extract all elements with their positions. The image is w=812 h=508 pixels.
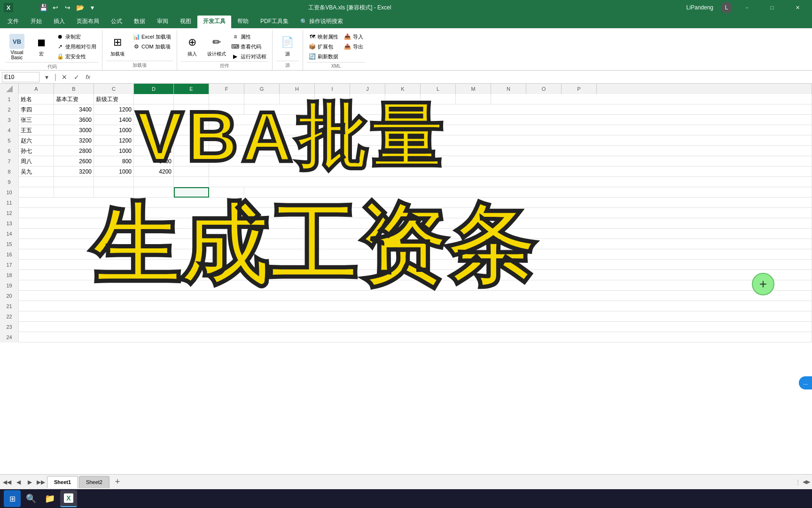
cell-rest-9[interactable]: [209, 177, 812, 187]
import-button[interactable]: 📥 导入: [342, 32, 365, 41]
cell-d4[interactable]: [134, 125, 174, 135]
col-header-m[interactable]: M: [456, 84, 491, 94]
cell-f2[interactable]: [209, 104, 244, 115]
cell-d9[interactable]: [134, 177, 174, 187]
visual-basic-button[interactable]: VB Visual Basic: [6, 32, 28, 62]
excel-taskbar-button[interactable]: X: [60, 490, 77, 507]
sheet-nav-last[interactable]: ▶▶: [36, 477, 46, 487]
cell-b1[interactable]: 基本工资: [54, 94, 94, 104]
cell-d10[interactable]: [134, 187, 174, 198]
cell-rest-5[interactable]: [209, 135, 812, 146]
cell-c3[interactable]: 1400: [94, 115, 134, 125]
undo-button[interactable]: ↩: [50, 2, 61, 13]
cell-a6[interactable]: 孙七: [19, 146, 54, 156]
cell-rest-19[interactable]: [19, 280, 812, 291]
cell-e3[interactable]: [174, 115, 209, 125]
cell-rest-22[interactable]: [19, 311, 812, 322]
cell-e6[interactable]: [174, 146, 209, 156]
cell-j1[interactable]: [350, 94, 385, 104]
col-header-h[interactable]: H: [280, 84, 315, 94]
tab-pdf[interactable]: PDF工具集: [255, 16, 294, 28]
cell-e4[interactable]: [174, 125, 209, 135]
cell-a1[interactable]: 姓名: [19, 94, 54, 104]
cell-i1[interactable]: [315, 94, 350, 104]
cell-c9[interactable]: [94, 177, 134, 187]
sheet-nav-next[interactable]: ▶: [24, 477, 35, 487]
cell-d1[interactable]: [134, 94, 174, 104]
cell-e10[interactable]: [174, 187, 209, 198]
cell-a10[interactable]: [19, 187, 54, 198]
customize-qat-button[interactable]: ▾: [86, 2, 98, 13]
cell-h1[interactable]: [280, 94, 315, 104]
cell-b7[interactable]: 2600: [54, 156, 94, 167]
formula-input[interactable]: [94, 72, 810, 82]
col-header-c[interactable]: C: [94, 84, 134, 94]
cell-d3[interactable]: [134, 115, 174, 125]
insert-control-button[interactable]: ⊕ 插入: [181, 32, 203, 60]
cell-m1[interactable]: [456, 94, 491, 104]
sheet-nav-prev[interactable]: ◀: [13, 477, 23, 487]
cell-rest-17[interactable]: [19, 260, 812, 270]
col-header-a[interactable]: A: [19, 84, 54, 94]
tab-developer[interactable]: 开发工具: [197, 16, 231, 28]
cell-rest-20[interactable]: [19, 291, 812, 301]
cell-c6[interactable]: 1000: [94, 146, 134, 156]
cell-f1[interactable]: [209, 94, 244, 104]
col-header-p[interactable]: P: [562, 84, 597, 94]
sheet-tab-sheet2[interactable]: Sheet2: [79, 476, 109, 488]
cell-d6[interactable]: 3: [134, 146, 174, 156]
addins-button[interactable]: ⊞ 加载项: [106, 32, 129, 60]
minimize-button[interactable]: －: [736, 0, 757, 15]
start-button[interactable]: ⊞: [4, 490, 21, 507]
confirm-formula-btn[interactable]: ✓: [71, 72, 82, 82]
redo-button[interactable]: ↪: [62, 2, 73, 13]
sheet-tab-sheet1[interactable]: Sheet1: [47, 476, 78, 488]
save-button[interactable]: 💾: [38, 2, 49, 13]
cell-d5[interactable]: [134, 135, 174, 146]
col-header-o[interactable]: O: [526, 84, 562, 94]
user-avatar[interactable]: L: [721, 2, 732, 13]
cell-b5[interactable]: 3200: [54, 135, 94, 146]
cell-rest-1[interactable]: [491, 94, 812, 104]
sheet-nav-first[interactable]: ◀◀: [2, 477, 12, 487]
cell-b2[interactable]: 3400: [54, 104, 94, 115]
blue-bubble-button[interactable]: ...: [799, 376, 812, 389]
cell-a3[interactable]: 张三: [19, 115, 54, 125]
cell-rest-12[interactable]: [19, 208, 812, 218]
cell-e8[interactable]: [174, 167, 209, 177]
cell-g1[interactable]: [244, 94, 280, 104]
view-code-button[interactable]: ⌨ 查看代码: [230, 42, 268, 51]
cell-b9[interactable]: [54, 177, 94, 187]
maximize-button[interactable]: □: [761, 0, 783, 15]
tab-file[interactable]: 文件: [2, 16, 24, 28]
col-header-k[interactable]: K: [385, 84, 421, 94]
cell-rest-21[interactable]: [19, 301, 812, 311]
cell-f10[interactable]: [209, 187, 244, 198]
cell-a2[interactable]: 李四: [19, 104, 54, 115]
expand-pack-button[interactable]: 📦 扩展包: [307, 42, 340, 51]
cell-a9[interactable]: [19, 177, 54, 187]
cell-a4[interactable]: 王五: [19, 125, 54, 135]
cell-rest-15[interactable]: [19, 239, 812, 249]
cell-rest-24[interactable]: [19, 332, 812, 342]
cell-b4[interactable]: 3000: [54, 125, 94, 135]
col-header-f[interactable]: F: [209, 84, 244, 94]
com-addins-button[interactable]: ⚙ COM 加载项: [131, 42, 173, 51]
cell-e7[interactable]: [174, 156, 209, 167]
cell-c10[interactable]: [94, 187, 134, 198]
cell-d8[interactable]: 4200: [134, 167, 174, 177]
cell-l1[interactable]: [421, 94, 456, 104]
cell-rest-13[interactable]: [19, 218, 812, 229]
search-taskbar-button[interactable]: 🔍: [23, 490, 39, 507]
cell-c1[interactable]: 薪级工资: [94, 94, 134, 104]
properties-button[interactable]: ≡ 属性: [230, 32, 268, 41]
cell-rest-14[interactable]: [19, 229, 812, 239]
col-header-g[interactable]: G: [244, 84, 280, 94]
close-button[interactable]: ✕: [787, 0, 808, 15]
cell-k1[interactable]: [385, 94, 421, 104]
macro-security-button[interactable]: 🔒 宏安全性: [55, 52, 98, 61]
cell-c5[interactable]: 1200: [94, 135, 134, 146]
refresh-data-button[interactable]: 🔄 刷新数据: [307, 52, 340, 61]
cell-rest-23[interactable]: [19, 322, 812, 332]
tab-search[interactable]: 🔍 操作说明搜索: [295, 16, 349, 28]
